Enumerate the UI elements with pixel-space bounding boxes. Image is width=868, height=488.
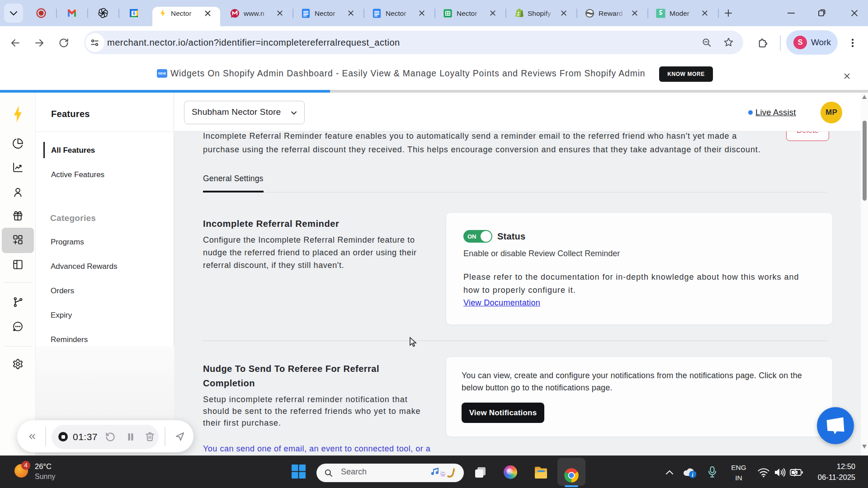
svg-text:6: 6 — [133, 11, 136, 16]
